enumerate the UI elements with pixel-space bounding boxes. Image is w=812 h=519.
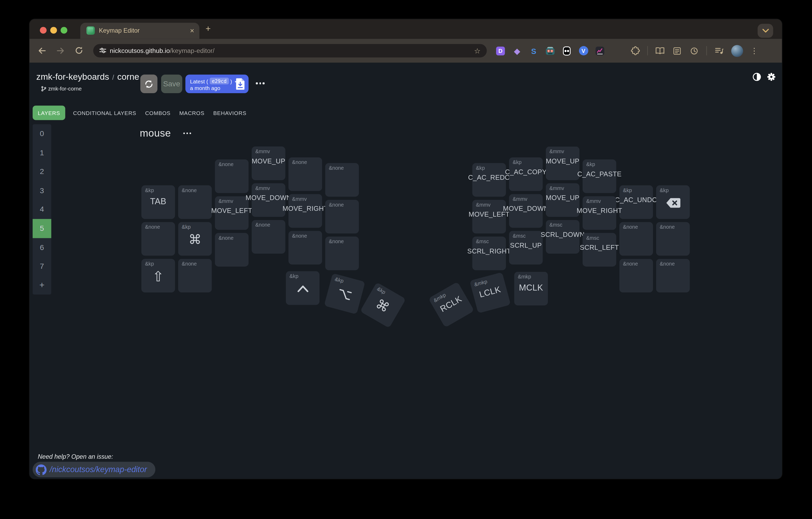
dashlane-extension-icon[interactable]: D bbox=[495, 46, 505, 56]
key-behavior-label: &none bbox=[329, 165, 344, 171]
key-move_up[interactable]: &mmvMOVE_UP bbox=[546, 183, 580, 217]
site-settings-icon[interactable] bbox=[99, 47, 107, 56]
stylus-extension-icon[interactable]: S bbox=[529, 46, 539, 56]
key-none[interactable]: &none bbox=[656, 259, 690, 293]
key-none[interactable]: &none bbox=[141, 222, 175, 256]
key-c_ac_paste[interactable]: &kpC_AC_PASTE bbox=[583, 159, 616, 193]
key-rclk[interactable]: &mkpRCLK bbox=[428, 282, 474, 328]
chart-extension-icon[interactable] bbox=[595, 46, 605, 56]
key-behavior-label: &kp bbox=[476, 165, 485, 171]
key-opt[interactable]: &kp bbox=[324, 273, 366, 314]
key-move_left[interactable]: &mmvMOVE_LEFT bbox=[215, 196, 249, 230]
key-behavior-label: &mkp bbox=[518, 274, 531, 279]
key-behavior-label: &msc bbox=[586, 235, 599, 241]
key-none[interactable]: &none bbox=[325, 237, 359, 270]
key-none[interactable]: &none bbox=[252, 220, 285, 254]
close-tab-icon[interactable]: × bbox=[190, 23, 194, 38]
url-path: /keymap-editor/ bbox=[170, 47, 214, 55]
key-tap-label: TAB bbox=[150, 196, 166, 206]
toolbar-divider bbox=[647, 46, 648, 55]
reload-button[interactable] bbox=[75, 46, 84, 55]
gem-extension-icon[interactable]: ◆ bbox=[512, 46, 522, 56]
key-behavior-label: &none bbox=[145, 224, 160, 230]
github-repo-link-text: /nickcoutsos/keymap-editor bbox=[50, 465, 147, 474]
key-ctrl[interactable]: &kp bbox=[286, 271, 320, 305]
minimize-window-button[interactable] bbox=[50, 27, 57, 34]
key-tap-label: C_AC_UNDO bbox=[615, 196, 658, 204]
key-behavior-label: &none bbox=[329, 239, 344, 244]
history-clock-icon[interactable] bbox=[689, 46, 699, 56]
key-none[interactable]: &none bbox=[619, 259, 653, 293]
key-none[interactable]: &none bbox=[619, 222, 653, 256]
key-c_ac_undo[interactable]: &kpC_AC_UNDO bbox=[619, 185, 653, 219]
key-behavior-label: &kp bbox=[334, 276, 344, 284]
keymap-editor-favicon bbox=[86, 26, 94, 34]
key-backspace[interactable]: &kp bbox=[656, 185, 690, 219]
key-scrl_left[interactable]: &mscSCRL_LEFT bbox=[583, 233, 616, 267]
tab-search-button[interactable] bbox=[757, 24, 773, 38]
key-cmd[interactable]: &kp⌘ bbox=[360, 282, 406, 328]
eyes-extension-icon[interactable] bbox=[562, 46, 572, 56]
key-scrl_down[interactable]: &mscSCRL_DOWN bbox=[546, 220, 580, 254]
key-cmd[interactable]: &kp⌘ bbox=[178, 222, 212, 256]
extensions-puzzle-icon[interactable] bbox=[630, 46, 640, 56]
key-behavior-label: &none bbox=[623, 261, 638, 267]
key-none[interactable]: &none bbox=[325, 163, 359, 197]
url-text[interactable]: nickcoutsos.github.io/keymap-editor/ bbox=[110, 44, 214, 57]
key-tab[interactable]: &kpTAB bbox=[141, 185, 175, 219]
key-move_left[interactable]: &mmvMOVE_LEFT bbox=[472, 200, 506, 234]
key-behavior-label: &msc bbox=[513, 233, 525, 239]
key-lclk[interactable]: &mkpLCLK bbox=[469, 272, 511, 313]
key-none[interactable]: &none bbox=[178, 259, 212, 293]
key-none[interactable]: &none bbox=[178, 185, 212, 219]
forward-button[interactable] bbox=[56, 46, 65, 55]
key-move_down[interactable]: &mmvMOVE_DOWN bbox=[252, 183, 285, 217]
bookmark-star-icon[interactable]: ☆ bbox=[474, 44, 481, 57]
reading-list-icon[interactable] bbox=[655, 46, 665, 56]
media-playlist-icon[interactable] bbox=[714, 46, 724, 56]
key-scrl_up[interactable]: &mscSCRL_UP bbox=[509, 231, 543, 265]
close-window-button[interactable] bbox=[40, 27, 47, 34]
key-scrl_right[interactable]: &mscSCRL_RIGHT bbox=[472, 237, 506, 270]
key-tap-label: MOVE_RIGHT bbox=[283, 205, 328, 213]
key-behavior-label: &msc bbox=[550, 222, 562, 228]
key-tap-label: MCLK bbox=[519, 283, 543, 293]
key-none[interactable]: &none bbox=[289, 157, 322, 191]
url-bar[interactable]: nickcoutsos.github.io/keymap-editor/ ☆ bbox=[93, 44, 487, 57]
key-none[interactable]: &none bbox=[656, 222, 690, 256]
key-move_up[interactable]: &mmvMOVE_UP bbox=[546, 147, 580, 180]
key-behavior-label: &mmv bbox=[550, 148, 564, 154]
key-behavior-label: &kp bbox=[586, 161, 595, 167]
key-tap-label: MOVE_UP bbox=[546, 194, 580, 202]
browser-tab[interactable]: Keymap Editor × bbox=[80, 23, 199, 39]
key-behavior-label: &none bbox=[292, 159, 307, 165]
back-button[interactable] bbox=[37, 46, 47, 55]
key-none[interactable]: &none bbox=[215, 233, 249, 267]
key-move_right[interactable]: &mmvMOVE_RIGHT bbox=[583, 196, 616, 230]
key-none[interactable]: &none bbox=[289, 231, 322, 265]
key-mclk[interactable]: &mkpMCLK bbox=[514, 272, 548, 306]
key-shift[interactable]: &kp⇧ bbox=[141, 259, 175, 293]
key-c_ac_copy[interactable]: &kpC_AC_COPY bbox=[509, 157, 543, 191]
key-c_ac_redo[interactable]: &kpC_AC_REDO bbox=[472, 163, 506, 197]
key-behavior-label: &kp bbox=[623, 187, 632, 193]
robot-extension-icon[interactable] bbox=[545, 46, 555, 56]
key-behavior-label: &none bbox=[660, 261, 675, 267]
vimium-extension-icon[interactable]: V bbox=[578, 46, 588, 56]
github-issue-link[interactable]: /nickcoutsos/keymap-editor bbox=[33, 462, 155, 477]
key-none[interactable]: &none bbox=[325, 200, 359, 234]
zoom-window-button[interactable] bbox=[61, 27, 67, 34]
key-behavior-label: &msc bbox=[476, 239, 489, 244]
profile-avatar[interactable] bbox=[731, 45, 743, 57]
key-move_down[interactable]: &mmvMOVE_DOWN bbox=[509, 194, 543, 228]
new-tab-button[interactable]: + bbox=[206, 19, 211, 38]
key-behavior-label: &mkp bbox=[474, 278, 488, 287]
key-move_right[interactable]: &mmvMOVE_RIGHT bbox=[289, 194, 322, 228]
key-move_up[interactable]: &mmvMOVE_UP bbox=[252, 147, 285, 180]
bookmarks-panel-icon[interactable] bbox=[672, 46, 682, 56]
key-behavior-label: &none bbox=[219, 235, 234, 241]
key-none[interactable]: &none bbox=[215, 159, 249, 193]
browser-menu-icon[interactable]: ⋮ bbox=[750, 45, 758, 56]
key-behavior-label: &none bbox=[623, 224, 638, 230]
key-tap-label: SCRL_RIGHT bbox=[467, 247, 511, 255]
